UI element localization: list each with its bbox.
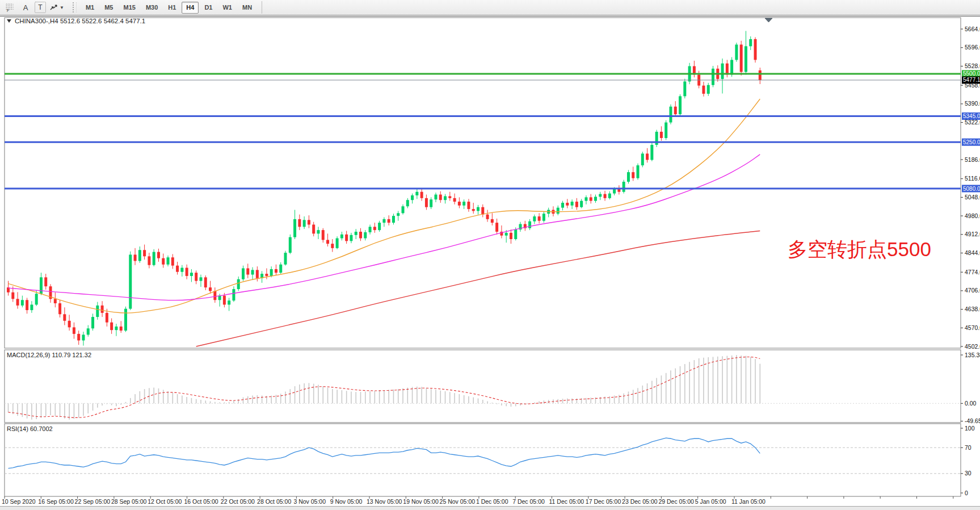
font-tool-button[interactable]: A bbox=[19, 1, 32, 14]
candle-body bbox=[171, 257, 174, 265]
date-label: 11 Dec 05:00 bbox=[549, 498, 584, 505]
grid-f-icon[interactable]: F bbox=[3, 1, 16, 14]
toolbar-grip[interactable] bbox=[73, 2, 77, 12]
arrows-icon bbox=[49, 3, 58, 11]
date-label: 28 Oct 05:00 bbox=[257, 498, 291, 505]
candle-body bbox=[702, 86, 705, 94]
tf-button-m15[interactable]: M15 bbox=[119, 2, 140, 14]
candle-body bbox=[481, 207, 484, 215]
candle-body bbox=[683, 81, 686, 96]
candle-body bbox=[162, 258, 165, 265]
candle-body bbox=[336, 239, 339, 248]
candle-body bbox=[378, 223, 381, 230]
candle-body bbox=[448, 196, 451, 198]
price-tick-label: 4844.0 bbox=[965, 249, 980, 256]
main-pane-frame bbox=[5, 18, 961, 348]
candle-body bbox=[153, 252, 155, 265]
candle-body bbox=[453, 198, 456, 202]
candle-body bbox=[120, 327, 123, 331]
tf-button-h4[interactable]: H4 bbox=[182, 2, 199, 14]
macd-indicator-header: MACD(12,26,9) 110.79 121.32 bbox=[7, 352, 91, 358]
tf-button-mn[interactable]: MN bbox=[238, 2, 256, 14]
price-tick-label: 4774.0 bbox=[965, 269, 980, 275]
macd-tick-label: -49.65 bbox=[965, 417, 980, 424]
top-toolbar: F A T ▼ M1M5M15M30H1H4D1W1MN bbox=[0, 0, 980, 15]
tf-button-m5[interactable]: M5 bbox=[100, 2, 117, 14]
candle-body bbox=[397, 213, 399, 216]
tf-button-h1[interactable]: H1 bbox=[163, 2, 180, 14]
candle-body bbox=[679, 96, 682, 114]
candle-body bbox=[284, 253, 287, 265]
date-label: 17 Dec 05:00 bbox=[586, 498, 621, 505]
candle-body bbox=[637, 165, 640, 178]
candle-body bbox=[510, 233, 512, 239]
candle-body bbox=[251, 270, 254, 274]
candle-body bbox=[669, 107, 672, 123]
candle-body bbox=[420, 192, 423, 198]
macd-tick-label: 135.38 bbox=[965, 352, 980, 358]
candle-body bbox=[345, 235, 348, 241]
candle-body bbox=[96, 306, 99, 317]
svg-text:F: F bbox=[7, 9, 9, 12]
candle-body bbox=[608, 194, 611, 198]
price-tick-label: 4502.0 bbox=[965, 343, 980, 350]
candle-body bbox=[209, 287, 212, 291]
candle-body bbox=[542, 214, 545, 221]
candle-body bbox=[101, 306, 104, 313]
price-tick-label: 4638.0 bbox=[965, 306, 980, 312]
tf-button-d1[interactable]: D1 bbox=[200, 2, 217, 14]
price-badge-label: 5477.1 bbox=[963, 77, 980, 83]
candle-body bbox=[557, 208, 560, 214]
grid-f-glyph: F bbox=[5, 3, 14, 12]
candle-body bbox=[467, 202, 470, 209]
date-label: 11 Jan 05:00 bbox=[731, 498, 766, 505]
candle-body bbox=[26, 300, 28, 310]
candle-body bbox=[63, 314, 66, 321]
date-label: 7 Dec 05:00 bbox=[512, 498, 545, 505]
candle-body bbox=[68, 321, 71, 328]
candle-body bbox=[232, 289, 235, 300]
tf-button-w1[interactable]: W1 bbox=[218, 2, 237, 14]
candle-body bbox=[528, 221, 531, 228]
candle-body bbox=[364, 232, 367, 239]
candle-body bbox=[392, 216, 395, 223]
date-label: 12 Oct 05:00 bbox=[148, 498, 182, 505]
candle-body bbox=[514, 229, 517, 239]
arrows-tool-button[interactable]: ▼ bbox=[48, 1, 65, 14]
rsi-tick-label: 70 bbox=[965, 444, 971, 451]
candle-body bbox=[157, 252, 160, 258]
candle-body bbox=[242, 268, 245, 279]
candle-body bbox=[584, 197, 587, 200]
chart-menu-triangle-icon[interactable] bbox=[7, 19, 11, 23]
candle-body bbox=[462, 202, 465, 206]
window-bottom-strip bbox=[0, 506, 980, 510]
candle-body bbox=[674, 107, 677, 114]
candle-body bbox=[204, 277, 207, 287]
candle-body bbox=[561, 203, 564, 208]
price-tick-label: 5116.0 bbox=[965, 175, 980, 182]
symbol-title-text: CHINA300-,H4 5512.6 5522.6 5462.4 5477.1 bbox=[15, 18, 145, 24]
tf-button-m1[interactable]: M1 bbox=[81, 2, 99, 14]
candle-body bbox=[326, 240, 329, 244]
candle-body bbox=[148, 256, 150, 265]
candle-body bbox=[382, 219, 385, 223]
candle-body bbox=[749, 39, 752, 47]
candle-body bbox=[477, 207, 480, 211]
rsi-tick-label: 30 bbox=[965, 470, 971, 476]
candle-body bbox=[580, 201, 583, 207]
candle-body bbox=[298, 219, 301, 227]
candle-body bbox=[167, 257, 170, 265]
text-tool-button[interactable]: T bbox=[35, 2, 46, 13]
candle-body bbox=[759, 70, 762, 80]
candle-body bbox=[246, 268, 249, 274]
price-badge-label: 5500.0 bbox=[963, 70, 980, 77]
candle-body bbox=[228, 300, 230, 304]
tf-button-m30[interactable]: M30 bbox=[141, 2, 162, 14]
candle-body bbox=[660, 132, 663, 138]
candle-body bbox=[256, 270, 259, 278]
price-tick-label: 5048.0 bbox=[965, 194, 980, 200]
candle-body bbox=[106, 313, 108, 323]
rsi-pane-frame bbox=[5, 424, 961, 496]
candle-body bbox=[317, 230, 319, 233]
rsi-tick-label: 100 bbox=[965, 425, 975, 432]
